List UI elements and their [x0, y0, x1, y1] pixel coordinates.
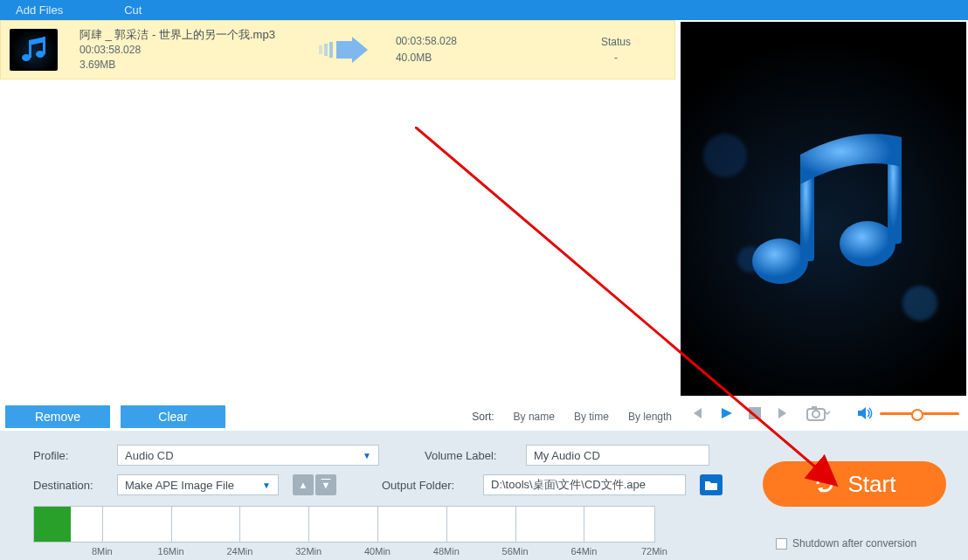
- start-button[interactable]: Start: [763, 461, 946, 507]
- svg-point-7: [752, 239, 808, 284]
- settings-right: Start Shutdown after conversion: [750, 431, 968, 560]
- preview-area: [681, 22, 966, 396]
- ruler-tick: 16Min: [158, 546, 184, 557]
- snapshot-button[interactable]: [806, 405, 831, 421]
- volume-track[interactable]: [880, 412, 959, 415]
- svg-rect-5: [324, 44, 328, 56]
- capacity-ruler: 8Min 16Min 24Min 32Min 40Min 48Min 56Min…: [33, 506, 655, 543]
- ruler-tick: 56Min: [502, 546, 529, 557]
- svg-rect-11: [749, 407, 761, 419]
- menu-add-files[interactable]: Add Files: [16, 3, 63, 17]
- dropdown-icon: ▼: [363, 451, 371, 460]
- eject-button[interactable]: ▲: [293, 474, 314, 495]
- menu-cut[interactable]: Cut: [124, 3, 142, 17]
- profile-label: Profile:: [33, 449, 103, 462]
- file-thumbnail: [10, 29, 58, 71]
- ruler-tick: 64Min: [570, 546, 597, 557]
- dropdown-icon: ▼: [262, 480, 271, 490]
- profile-value: Audio CD: [125, 449, 174, 462]
- player-controls: [675, 396, 968, 431]
- menu-bar: Add Files Cut: [0, 0, 968, 20]
- right-panel: [675, 20, 968, 431]
- file-meta-output: 00:03:58.028 40.0MB: [396, 33, 457, 66]
- ruler-tick: 48Min: [433, 546, 460, 557]
- list-toolbar: Remove Clear Sort: By name By time By le…: [0, 403, 675, 431]
- sort-by-name[interactable]: By name: [514, 411, 555, 423]
- file-meta-source: 阿肆 _ 郭采洁 - 世界上的另一个我.mp3 00:03:58.028 3.6…: [80, 27, 275, 73]
- browse-folder-button[interactable]: [700, 474, 723, 495]
- remove-button[interactable]: Remove: [5, 405, 110, 428]
- destination-label: Destination:: [33, 479, 103, 492]
- svg-rect-14: [812, 406, 817, 410]
- status-value: -: [614, 52, 618, 64]
- file-out-size: 40.0MB: [396, 50, 457, 66]
- svg-rect-6: [329, 42, 333, 58]
- main-area: 阿肆 _ 郭采洁 - 世界上的另一个我.mp3 00:03:58.028 3.6…: [0, 20, 968, 431]
- svg-rect-4: [319, 45, 322, 54]
- file-duration: 00:03:58.028: [80, 43, 275, 58]
- file-name: 阿肆 _ 郭采洁 - 世界上的另一个我.mp3: [80, 27, 275, 43]
- settings-panel: Profile: Audio CD ▼ Volume Label: My Aud…: [0, 431, 968, 560]
- file-list: 阿肆 _ 郭采洁 - 世界上的另一个我.mp3 00:03:58.028 3.6…: [0, 20, 675, 403]
- volume-label-label: Volume Label:: [425, 449, 512, 462]
- stop-button[interactable]: [749, 407, 761, 419]
- sort-by-time[interactable]: By time: [574, 411, 609, 423]
- output-folder-label: Output Folder:: [382, 479, 469, 492]
- file-out-duration: 00:03:58.028: [396, 33, 457, 50]
- volume-label-input[interactable]: My Audio CD: [526, 445, 709, 466]
- svg-point-8: [840, 221, 895, 266]
- sort-controls: Sort: By name By time By length: [472, 411, 672, 423]
- left-panel: 阿肆 _ 郭采洁 - 世界上的另一个我.mp3 00:03:58.028 3.6…: [0, 20, 675, 431]
- start-label: Start: [848, 471, 896, 498]
- clear-button[interactable]: Clear: [121, 405, 225, 428]
- volume-slider[interactable]: [857, 406, 959, 420]
- file-status: Status -: [601, 36, 631, 64]
- shutdown-option[interactable]: Shutdown after conversion: [776, 537, 916, 550]
- status-label: Status: [601, 36, 631, 48]
- file-size: 3.69MB: [80, 58, 275, 73]
- refresh-icon: [813, 473, 836, 495]
- sort-by-length[interactable]: By length: [628, 411, 672, 423]
- volume-icon: [857, 406, 873, 420]
- ruler-tick: 8Min: [92, 546, 113, 557]
- load-button[interactable]: ▼: [315, 474, 336, 495]
- destination-select[interactable]: Make APE Image File ▼: [117, 474, 279, 495]
- music-note-icon: [732, 121, 916, 296]
- file-row[interactable]: 阿肆 _ 郭采洁 - 世界上的另一个我.mp3 00:03:58.028 3.6…: [0, 20, 675, 80]
- svg-point-13: [812, 411, 819, 418]
- sort-label: Sort:: [472, 411, 494, 423]
- ruler-tick: 24Min: [226, 546, 252, 557]
- next-button[interactable]: [777, 406, 791, 420]
- settings-left: Profile: Audio CD ▼ Volume Label: My Aud…: [0, 431, 750, 560]
- ruler-tick: 40Min: [364, 546, 391, 557]
- ruler-tick: 72Min: [641, 546, 667, 557]
- ruler-tick: 32Min: [295, 546, 322, 557]
- profile-select[interactable]: Audio CD ▼: [117, 445, 379, 466]
- destination-value: Make APE Image File: [125, 479, 234, 492]
- destination-updown: ▲ ▼: [293, 474, 336, 495]
- play-button[interactable]: [719, 406, 733, 420]
- output-folder-input[interactable]: D:\tools\桌面\文件\CD文件.ape: [483, 474, 686, 495]
- convert-arrow-icon: [319, 37, 370, 63]
- shutdown-checkbox[interactable]: [776, 538, 787, 550]
- shutdown-label: Shutdown after conversion: [792, 537, 916, 550]
- prev-button[interactable]: [689, 406, 703, 420]
